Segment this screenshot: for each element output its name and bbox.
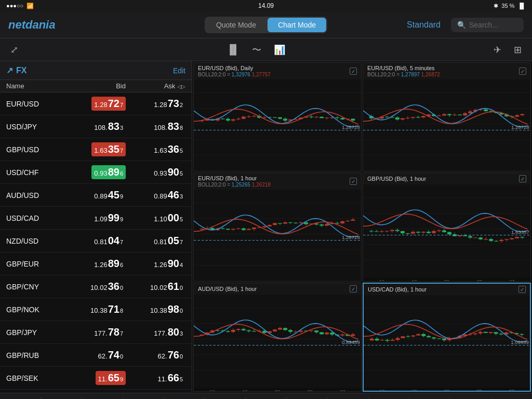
quote-row[interactable]: GBP/SEK11.65911.665	[0, 367, 192, 390]
nav-item-global[interactable]: 🌐Global	[123, 397, 164, 399]
chart-box-c2[interactable]: EUR/USD (Bid), 5 minutesBOLL20;2:0 = 1,2…	[363, 62, 531, 171]
chart-box-c6[interactable]: USD/CAD (Bid), 1 hour✓1,099991310090807	[363, 283, 531, 392]
wave-icon[interactable]: 〜	[250, 42, 263, 58]
bar-chart-icon[interactable]: ▐▌	[224, 42, 242, 57]
quote-row[interactable]: EUR/USD1.287271.28732	[0, 92, 192, 115]
nav-item-stocks-uk[interactable]: Stocks UK	[328, 397, 369, 400]
quote-row[interactable]: USD/CHF0.938960.93905	[0, 161, 192, 184]
search-bar[interactable]: 🔍 Search...	[451, 18, 524, 32]
ask-price: 0.81057	[126, 234, 185, 248]
nav-item-news[interactable]: 📰News	[205, 397, 246, 399]
nav-item-calendar[interactable]: 📅Calendar	[246, 397, 287, 399]
search-placeholder: Search...	[469, 21, 498, 29]
chart-checkbox-c5[interactable]: ✓	[350, 285, 357, 292]
svg-rect-53	[320, 117, 324, 118]
bid-price: 108.833	[66, 119, 126, 134]
svg-rect-289	[226, 331, 230, 331]
mode-toggle: Quote Mode Chart Mode	[205, 17, 327, 33]
expand-icon[interactable]: ⤢	[8, 42, 20, 58]
svg-rect-113	[468, 111, 472, 113]
svg-rect-299	[252, 331, 256, 331]
nav-item-trading-quotes[interactable]: ☰Trading Quotes	[0, 397, 41, 399]
nav-item-more[interactable]: •••More	[491, 397, 532, 400]
quote-row[interactable]: USD/CAD1.099991.10005	[0, 207, 192, 230]
pair-name: GBP/RUB	[6, 351, 66, 360]
svg-rect-373	[437, 339, 441, 339]
chart-checkbox-c2[interactable]: ✓	[519, 68, 526, 75]
chart-mode-button[interactable]: Chart Mode	[268, 18, 326, 32]
svg-rect-365	[416, 334, 420, 336]
quote-row[interactable]: USD/JPY108.833108.838	[0, 115, 192, 138]
svg-rect-23	[242, 117, 246, 119]
svg-rect-177	[288, 222, 292, 223]
nav-item-fx[interactable]: €$FX	[82, 397, 123, 400]
ask-price: 10.38980	[126, 302, 185, 316]
pair-name: GBP/EUR	[6, 260, 66, 268]
svg-rect-265	[510, 238, 514, 240]
chart-title-c5: AUD/USD (Bid), 1 hour	[198, 286, 257, 292]
svg-rect-313	[288, 330, 292, 331]
nav-item-accounts[interactable]: ☰Accounts	[164, 397, 205, 399]
svg-rect-297	[247, 330, 251, 331]
nav-item-ftse100[interactable]: FTSE100	[287, 397, 328, 400]
svg-rect-269	[520, 237, 524, 237]
edit-button[interactable]: Edit	[173, 66, 185, 75]
quote-row[interactable]: GBP/EUR1.268961.26904	[0, 252, 192, 275]
svg-rect-201	[351, 220, 355, 221]
svg-rect-27	[252, 116, 256, 116]
nav-item-hl-uk[interactable]: H/L UK	[369, 397, 410, 400]
status-bar: ●●●○○ 📶 14.09 ✱ 35 % ▐▌	[0, 0, 532, 11]
grid-icon[interactable]: ⊞	[512, 42, 524, 58]
svg-rect-131	[515, 115, 519, 117]
pair-name: USD/CHF	[6, 168, 66, 177]
status-right: ✱ 35 % ▐▌	[494, 3, 526, 9]
nav-item-metals[interactable]: ✏️Metals	[41, 397, 82, 399]
quote-row[interactable]: GBP/RUB62.74062.760	[0, 344, 192, 367]
chart-box-c4[interactable]: GBP/USD (Bid), 1 hour✓1,633571310090807	[363, 172, 531, 282]
fx-label: FX	[16, 66, 26, 75]
column-chart-icon[interactable]: 📊	[272, 42, 287, 58]
chart-box-c1[interactable]: EUR/USD (Bid), DailyBOLL20;2:0 = 1,32976…	[193, 62, 362, 171]
svg-text:1,28728: 1,28728	[511, 124, 529, 130]
chart-checkbox-c3[interactable]: ✓	[350, 178, 357, 185]
ask-price: 11.665	[126, 371, 185, 385]
quote-row[interactable]: GBP/NOK10.3871810.38980	[0, 298, 192, 321]
quote-row[interactable]: GBP/CNY10.0236010.02610	[0, 275, 192, 298]
header: netdania Quote Mode Chart Mode Standard …	[0, 11, 532, 38]
svg-rect-175	[283, 222, 287, 223]
svg-rect-239	[442, 230, 446, 232]
svg-rect-31	[262, 117, 267, 118]
svg-rect-353	[385, 340, 390, 341]
pin-icon[interactable]: ✈	[491, 42, 503, 58]
svg-rect-215	[380, 231, 384, 232]
nav-item-dow-jones[interactable]: Dow Jones	[450, 397, 491, 400]
quote-row[interactable]: GBP/JPY177.787177.803	[0, 321, 192, 344]
col-ask: Ask ◁▷	[126, 82, 185, 90]
quote-row[interactable]: NZD/USD0.810470.81057	[0, 230, 192, 252]
svg-rect-169	[268, 225, 272, 227]
chart-checkbox-c6[interactable]: ✓	[518, 286, 526, 293]
bid-price: 62.740	[66, 348, 126, 362]
status-left: ●●●○○ 📶	[6, 3, 34, 9]
app-logo: netdania	[8, 18, 102, 32]
svg-rect-181	[299, 222, 303, 223]
chart-box-c5[interactable]: AUD/USD (Bid), 1 hour✓0,894591310090807	[193, 283, 362, 392]
pair-name: GBP/SEK	[6, 374, 66, 382]
quote-row[interactable]: GBP/USD1.633571.63365	[0, 138, 192, 161]
sort-arrows-icon: ◁▷	[177, 84, 185, 89]
chart-body-c6: 1,09999	[364, 295, 530, 388]
nav-item-topflop-uk[interactable]: Top/Flop UK	[409, 397, 450, 400]
charts-toolbar: ⤢ ▐▌ 〜 📊 ✈ ⊞	[0, 38, 532, 61]
quote-mode-button[interactable]: Quote Mode	[206, 18, 267, 32]
quote-row[interactable]: AUD/USD0.894590.89463	[0, 184, 192, 207]
chart-body-c2: 1,28728	[363, 79, 530, 171]
chart-checkbox-c4[interactable]: ✓	[519, 175, 526, 182]
svg-rect-361	[406, 336, 410, 337]
svg-rect-157	[236, 229, 241, 229]
svg-rect-371	[432, 337, 436, 338]
chart-box-c3[interactable]: EUR/USD (Bid), 1 hourBOLL20;2:0 = 1,2526…	[193, 172, 362, 282]
svg-rect-357	[396, 338, 400, 340]
status-time: 14.09	[258, 2, 274, 9]
svg-rect-151	[221, 229, 225, 229]
chart-checkbox-c1[interactable]: ✓	[350, 68, 357, 75]
